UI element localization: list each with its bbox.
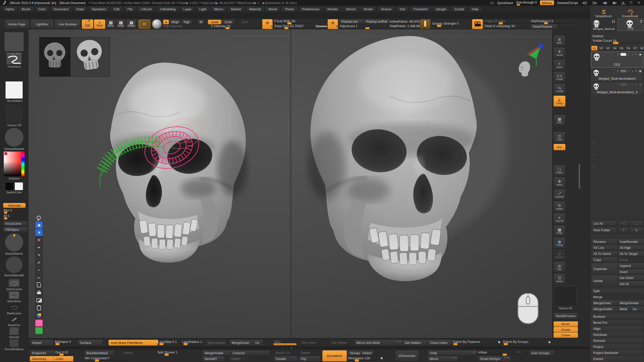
section-remesh[interactable]: Remesh <box>591 338 643 343</box>
menu-layer[interactable]: Layer <box>180 6 195 12</box>
double-button[interactable]: Double <box>273 356 298 361</box>
menu-stencil[interactable]: Stencil <box>342 6 359 12</box>
texture-preview-box[interactable] <box>554 286 577 306</box>
circle-icon[interactable]: ◑ <box>632 53 633 56</box>
mirror-and-weld-button[interactable]: Mirror And Weldx y z <box>354 340 403 346</box>
visible-count-slider[interactable]: Visible Count 14 <box>592 39 642 44</box>
draw-button[interactable]: ✛ Draw <box>94 19 105 29</box>
qxyz-button[interactable]: Qxyz <box>553 144 566 150</box>
polish-tray-button[interactable]: Polish <box>360 350 374 356</box>
perspective-button[interactable]: ∠Persp <box>553 96 566 107</box>
delete-button[interactable]: Delete <box>591 275 619 287</box>
border-button[interactable]: Border <box>553 321 578 327</box>
menu-picker[interactable]: Picker <box>281 6 298 12</box>
insert-button[interactable]: Insert <box>617 269 644 275</box>
divider-left-icon[interactable]: ◂|||| <box>581 1 588 5</box>
menus-toggle-button[interactable]: Menus <box>540 0 554 5</box>
menu-stroke[interactable]: Stroke <box>360 6 377 12</box>
brush-slot-eraserbrush[interactable]: EraserBrush <box>617 6 643 18</box>
del-lower-button[interactable]: Del Lower <box>299 340 323 345</box>
menu-file[interactable]: File <box>124 6 136 12</box>
polypaint-toggle-icon[interactable] <box>620 83 626 86</box>
bpr-render-button[interactable]: BBPR <box>553 35 566 46</box>
brush-slot-simplebrush[interactable]: S SimpleBrush <box>591 6 617 18</box>
menu-tool[interactable]: Tool <box>396 6 409 12</box>
zsub-button[interactable]: Zsub <box>222 20 234 24</box>
all-low-button[interactable]: All Low <box>591 245 619 251</box>
brush-smooth-valleys[interactable]: SmoothValleys <box>3 339 25 351</box>
smart-resym-button[interactable]: Smart ReSymx y z <box>478 356 511 361</box>
tool-slot-merged-skull[interactable]: 11 Merged_Skull-de <box>591 19 617 31</box>
menu-zplugin[interactable]: Zplugin <box>432 6 450 12</box>
aahalf-button[interactable]: ½AAHalf <box>553 83 566 95</box>
pencil-off-icon[interactable]: ✎ <box>35 237 43 244</box>
see-through-slider[interactable]: See-through 0 <box>516 1 537 5</box>
scale-button[interactable]: S Scale <box>116 19 126 29</box>
rename-button[interactable]: Rename <box>591 239 619 245</box>
fillobject-button[interactable]: FillObject <box>3 227 28 232</box>
alpha-slot[interactable]: ~BrushAlpha <box>3 81 25 102</box>
cursor-select-icon[interactable]: ➤ <box>35 229 43 236</box>
move-button[interactable]: M Move <box>106 19 115 29</box>
m-button[interactable]: M <box>198 20 204 24</box>
projectall-button[interactable]: ProjectAll <box>30 350 55 356</box>
section-distribute[interactable]: Distribute <box>591 332 643 337</box>
brush-select-lasso[interactable]: SelectLasso <box>3 279 25 291</box>
flip-button[interactable]: Flip <box>299 356 320 361</box>
section-align[interactable]: Align <box>591 326 643 331</box>
halftone-icon[interactable]: ◐ <box>628 70 630 73</box>
del-all-button[interactable]: Del All <box>617 281 644 287</box>
subtool-item-decimation2[interactable]: ▾ ◐ ◑ ✎ ◉ Merged_Skull-decimation2 <box>591 68 643 81</box>
menu-preferences[interactable]: Preferences <box>298 6 323 12</box>
eye-visibility-icon[interactable]: ◉ <box>639 83 641 86</box>
lazystep-slider[interactable]: LazyStep 0.1 <box>157 340 178 345</box>
tab-v1[interactable]: V1 <box>591 46 597 51</box>
section-boolean[interactable]: Boolean <box>591 314 643 319</box>
brush-mask-lasso[interactable]: MaskLasso <box>3 303 25 315</box>
alternate-button[interactable]: Alternate <box>3 203 26 208</box>
menu-jmodeling[interactable]: J-Modeling <box>156 6 179 12</box>
gravity-pencil-icon[interactable] <box>420 19 431 29</box>
dynamesh-button[interactable]: DynaMesh <box>322 350 347 361</box>
auto-mask-fibermesh-button[interactable]: Auto Mask FiberMesh <box>108 340 158 346</box>
focal-shift-slider[interactable]: Focal Shift -56 <box>274 19 314 24</box>
tool-slot-23[interactable]: 3 23강 <box>617 19 644 31</box>
move-up-button[interactable]: ↑ <box>618 221 629 227</box>
dist-slider[interactable]: Dist 0.02 <box>55 350 80 355</box>
duplicate-button[interactable]: Duplicate <box>591 263 619 275</box>
close-button[interactable]: ✕ <box>636 1 641 5</box>
zremesher-button[interactable]: ZRemesher <box>395 350 419 361</box>
uv-tray-button[interactable]: Uv <box>253 340 263 346</box>
split-section-header[interactable]: Split <box>591 288 643 294</box>
all-to-target-button[interactable]: All To Target <box>617 251 644 257</box>
weld-button[interactable]: Weld <box>617 306 632 312</box>
brush-select-rect[interactable]: SelectRect <box>3 291 25 303</box>
blur-slider[interactable]: Blur 0 <box>3 208 25 213</box>
min-connected-slider[interactable]: Min Connected F <box>84 356 132 361</box>
minimize-button[interactable]: ▾ <box>621 2 625 4</box>
current-stroke-preview[interactable] <box>138 19 151 29</box>
deep-shadow-button[interactable]: DeepShadow <box>530 24 558 29</box>
switch-color[interactable]: SwitchColor <box>3 182 25 194</box>
mergevisible-button[interactable]: MergeVisible <box>591 306 619 312</box>
adjust-last-slider[interactable]: AdjustLast 1 <box>339 24 384 29</box>
visibility-eye-icon[interactable]: ◉ <box>35 221 43 229</box>
menu-brush[interactable]: Brush <box>18 6 34 12</box>
image-icon[interactable] <box>35 297 43 304</box>
xpose-button[interactable]: ☷Xpose <box>553 274 566 285</box>
geometry-button[interactable]: Geometry <box>30 356 55 361</box>
circle-icon[interactable]: ◑ <box>632 70 633 73</box>
local-symmetry-button[interactable]: ◫L.Sym <box>553 132 566 143</box>
rgb-button[interactable]: Rgb <box>181 20 192 24</box>
restore-button[interactable]: ❐ <box>628 1 633 5</box>
frame-mesh-button[interactable]: ▢Frame <box>553 165 566 176</box>
mirror-button[interactable]: Mirrorx y z <box>427 356 458 361</box>
actual-size-button[interactable]: 1:1Actual <box>553 71 566 82</box>
tab-v8[interactable]: V8 <box>639 46 644 51</box>
circle-icon[interactable]: ◑ <box>632 83 633 86</box>
green-swatch[interactable] <box>35 327 43 334</box>
line-fill-button[interactable]: ≡Line Fill <box>553 213 566 224</box>
startup-material-slot[interactable]: StartupMaterial <box>3 128 25 150</box>
subtool-item-decimation2-4[interactable]: ▾ ◐ ◑ ✎ ◉ Merged_Skull-decimation2_4 <box>591 82 643 95</box>
menu-jbrush[interactable]: J-Brush <box>137 6 155 12</box>
